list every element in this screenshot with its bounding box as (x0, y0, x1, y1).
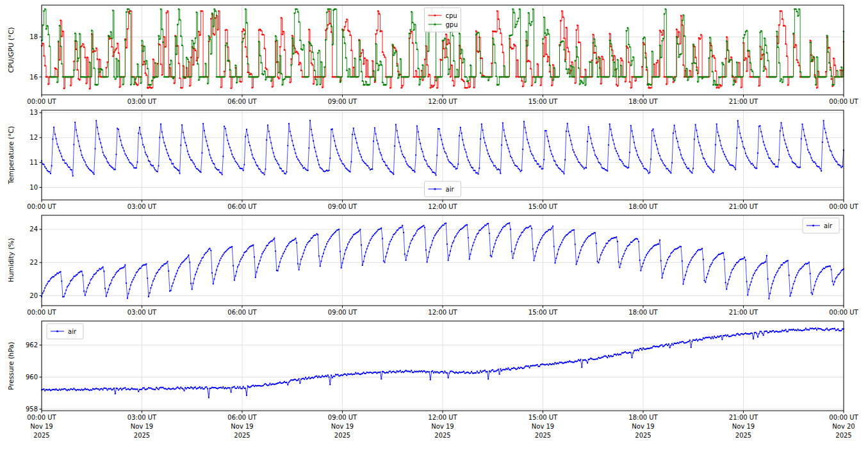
x-tick-label: 18:00 UT (628, 98, 658, 105)
x-tick-label: 00:00 UT (829, 98, 858, 105)
y-tick-label: 20 (29, 292, 38, 299)
y-tick-label: 24 (29, 226, 38, 233)
figure-canvas: 00:00 UT03:00 UT06:00 UT09:00 UT12:00 UT… (0, 0, 868, 453)
legend-label: air (824, 222, 833, 229)
x-tick-label: 06:00 UT (227, 414, 257, 421)
panel-temperature: 00:00 UT03:00 UT06:00 UT09:00 UT12:00 UT… (27, 109, 858, 210)
x-tick-label: 03:00 UT (127, 98, 157, 105)
x-tick-label: 12:00 UT (428, 203, 457, 210)
y-axis-label-temperature: Temperature (°C) (7, 126, 15, 185)
legend-label: gpu (446, 21, 458, 28)
x-tick-label: 18:00 UT (628, 414, 658, 421)
x-tick-label: 12:00 UT (428, 98, 457, 105)
x-tick-label: 09:00 UT (328, 98, 357, 105)
legend-label: cpu (446, 12, 457, 19)
x-tick-year-label: 2025 (33, 432, 49, 439)
y-tick-label: 958 (26, 406, 38, 413)
x-tick-year-label: 2025 (835, 432, 851, 439)
x-tick-label: 21:00 UT (729, 414, 758, 421)
x-tick-label: 00:00 UT (829, 309, 858, 316)
x-tick-label: 03:00 UT (127, 309, 157, 316)
x-tick-year-label: 2025 (334, 432, 350, 439)
x-tick-label: 00:00 UT (829, 203, 858, 210)
x-tick-label: 00:00 UT (27, 203, 56, 210)
panel-pressure: 00:00 UTNov 19202503:00 UTNov 19202506:0… (26, 321, 859, 439)
x-tick-label: 09:00 UT (328, 309, 357, 316)
x-tick-label: 15:00 UT (528, 414, 558, 421)
x-tick-date-label: Nov 19 (632, 423, 654, 430)
x-tick-date-label: Nov 19 (30, 423, 53, 430)
x-tick-label: 21:00 UT (729, 309, 758, 316)
x-tick-label: 15:00 UT (528, 203, 558, 210)
legend: air (425, 181, 461, 197)
x-tick-label: 06:00 UT (227, 203, 257, 210)
y-tick-label: 18 (29, 33, 38, 40)
x-tick-label: 09:00 UT (328, 203, 357, 210)
x-tick-year-label: 2025 (535, 432, 551, 439)
x-tick-year-label: 2025 (735, 432, 751, 439)
x-tick-label: 12:00 UT (428, 414, 457, 421)
legend-label: air (68, 328, 77, 335)
x-tick-label: 12:00 UT (428, 309, 457, 316)
x-tick-year-label: 2025 (234, 432, 250, 439)
y-axis-label-cpu-gpu: CPU/GPU (°C) (7, 27, 15, 72)
x-tick-label: 00:00 UT (27, 414, 56, 421)
legend: cpugpu (425, 8, 461, 32)
x-tick-year-label: 2025 (134, 432, 150, 439)
x-tick-label: 06:00 UT (227, 309, 257, 316)
x-tick-date-label: Nov 19 (131, 423, 153, 430)
legend-label: air (446, 186, 455, 193)
x-tick-label: 03:00 UT (127, 203, 157, 210)
x-tick-label: 03:00 UT (127, 414, 157, 421)
y-tick-label: 13 (29, 109, 38, 116)
x-tick-label: 09:00 UT (328, 414, 357, 421)
x-tick-label: 18:00 UT (628, 309, 658, 316)
x-tick-year-label: 2025 (434, 432, 450, 439)
y-tick-label: 960 (26, 374, 38, 381)
legend: air (47, 324, 83, 339)
x-tick-date-label: Nov 19 (732, 423, 755, 430)
y-tick-label: 16 (29, 74, 38, 81)
y-tick-label: 22 (29, 259, 38, 266)
x-tick-date-label: Nov 19 (331, 423, 354, 430)
panel-cpu_gpu: 00:00 UT03:00 UT06:00 UT09:00 UT12:00 UT… (27, 5, 858, 105)
x-tick-label: 00:00 UT (27, 309, 56, 316)
x-tick-label: 06:00 UT (227, 98, 257, 105)
y-axis-label-humidity: Humidity (%) (7, 238, 15, 282)
y-tick-label: 12 (29, 134, 38, 141)
x-tick-label: 21:00 UT (729, 203, 758, 210)
x-tick-date-label: Nov 20 (832, 423, 855, 430)
x-tick-date-label: Nov 19 (431, 423, 454, 430)
x-tick-label: 21:00 UT (729, 98, 758, 105)
y-tick-label: 10 (29, 184, 38, 191)
figure: CPU/GPU (°C) Temperature (°C) Humidity (… (0, 0, 868, 453)
x-tick-year-label: 2025 (635, 432, 651, 439)
x-tick-label: 00:00 UT (829, 414, 858, 421)
x-tick-label: 18:00 UT (628, 203, 658, 210)
y-axis-label-pressure: Pressure (hPa) (7, 342, 15, 390)
panel-humidity: 00:00 UT03:00 UT06:00 UT09:00 UT12:00 UT… (27, 215, 858, 316)
x-tick-label: 00:00 UT (27, 98, 56, 105)
y-tick-label: 962 (26, 342, 38, 349)
x-tick-label: 15:00 UT (528, 309, 558, 316)
legend: air (803, 218, 839, 233)
x-tick-label: 15:00 UT (528, 98, 558, 105)
x-tick-date-label: Nov 19 (532, 423, 554, 430)
y-tick-label: 11 (29, 159, 38, 166)
x-tick-date-label: Nov 19 (231, 423, 253, 430)
